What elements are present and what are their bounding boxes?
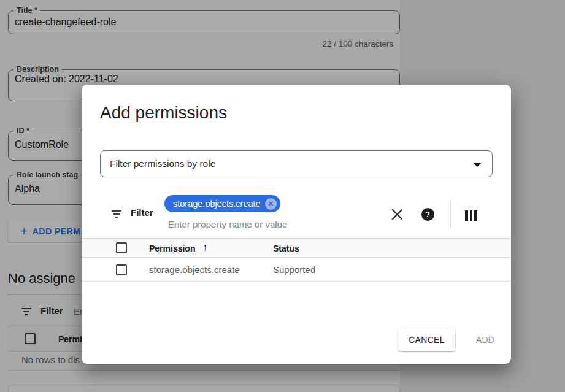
- add-button[interactable]: ADD: [466, 328, 504, 351]
- modal-filter-input[interactable]: [168, 217, 364, 231]
- modal-filter-label: Filter: [131, 207, 153, 218]
- status-cell: Supported: [273, 264, 315, 275]
- permission-cell: storage.objects.create: [149, 264, 240, 275]
- toolbar-divider: [450, 199, 451, 228]
- sort-ascending-icon[interactable]: ↑: [202, 242, 208, 254]
- row-checkbox[interactable]: [116, 264, 127, 275]
- add-permissions-dialog: Add permissions Filter permissions by ro…: [82, 85, 511, 364]
- filter-chip-label: storage.objects.create: [173, 199, 261, 209]
- role-select-value: Filter permissions by role: [110, 158, 215, 169]
- close-icon: [391, 209, 403, 220]
- dropdown-arrow-icon: [473, 163, 482, 167]
- status-column-header[interactable]: Status: [273, 244, 299, 253]
- help-icon: ?: [421, 208, 434, 221]
- columns-icon: [465, 210, 477, 221]
- cancel-button[interactable]: CANCEL: [398, 328, 455, 351]
- help-button[interactable]: ?: [420, 206, 436, 222]
- permissions-table-header: Permission ↑ Status: [82, 238, 511, 258]
- filter-permissions-by-role-select[interactable]: Filter permissions by role: [100, 150, 493, 177]
- chip-remove-icon[interactable]: ✕: [265, 198, 277, 210]
- column-display-options-button[interactable]: [463, 207, 479, 223]
- filter-chip-storage-objects-create[interactable]: storage.objects.create ✕: [164, 195, 280, 212]
- table-row[interactable]: storage.objects.create Supported: [82, 258, 511, 282]
- create-role-page: Title * create-changefeed-role 22 / 100 …: [0, 0, 565, 392]
- clear-filters-button[interactable]: [389, 206, 405, 222]
- permission-column-header[interactable]: Permission: [149, 244, 195, 253]
- select-all-checkbox[interactable]: [116, 242, 127, 253]
- dialog-title: Add permissions: [100, 103, 227, 123]
